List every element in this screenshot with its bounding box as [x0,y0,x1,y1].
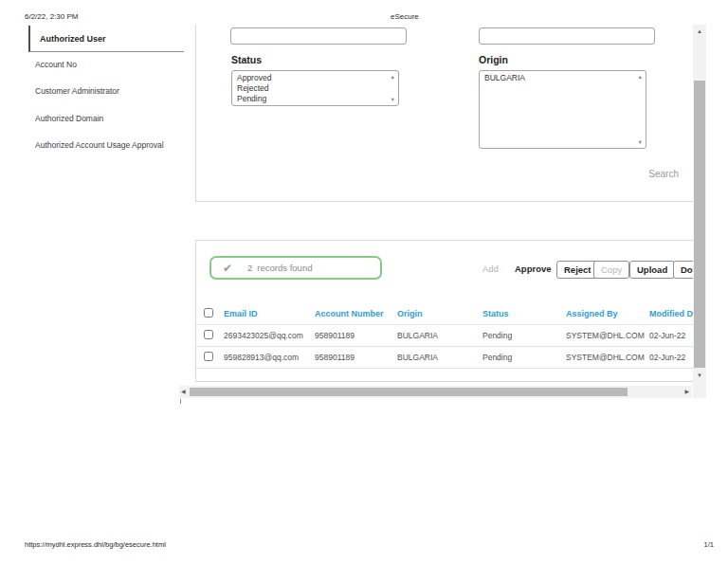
sidebar-item-account-no[interactable]: Account No [35,60,77,69]
cell-status: Pending [482,331,566,340]
upload-button[interactable]: Upload [629,261,675,279]
col-header-assigned[interactable]: Assigned By [566,309,649,318]
cell-email: 959828913@qq.com [224,353,315,362]
print-artifact-tick [180,399,181,404]
row-checkbox[interactable] [204,330,213,339]
origin-listbox[interactable]: BULGARIA ▲ ▼ [479,70,646,149]
cell-email: 2693423025@qq.com [224,331,315,340]
col-header-status[interactable]: Status [482,309,566,318]
search-button[interactable]: Search [648,169,679,179]
records-count: 2 [247,263,252,273]
origin-label: Origin [479,54,508,65]
scroll-left-icon[interactable]: ◀ [181,389,186,395]
page-title: eSecure [391,12,419,21]
search-field-1[interactable] [230,27,407,45]
sidebar-item-label: Authorized User [40,34,106,44]
footer-url: https://mydhl.express.dhl/bg/bg/esecure.… [25,540,166,549]
copy-button[interactable]: Copy [593,261,629,279]
col-header-origin[interactable]: Origin [397,309,482,318]
print-page: 6/2/22, 2:30 PM eSecure Authorized User … [0,0,728,563]
scroll-down-icon[interactable]: ▼ [693,372,706,379]
add-button[interactable]: Add [482,261,499,277]
print-datetime: 6/2/22, 2:30 PM [25,12,78,21]
scroll-up-icon[interactable]: ▲ [693,28,706,35]
records-text: records found [257,263,312,273]
sidebar-item-label: Authorized Domain [35,114,103,123]
cell-assigned: SYSTEM@DHL.COM [566,331,649,340]
records-found-badge: ✔ 2 records found [209,256,382,280]
status-option-pending[interactable]: Pending [232,94,398,104]
status-listbox[interactable]: Approved Rejected Pending ▲ ▼ [231,70,399,106]
search-form-panel: Status Approved Rejected Pending ▲ ▼ Ori… [195,25,699,202]
cell-origin: BULGARIA [397,331,482,340]
col-header-account[interactable]: Account Number [315,309,397,318]
cell-status: Pending [482,353,566,362]
horizontal-scrollbar-thumb[interactable] [190,388,628,396]
checkmark-icon: ✔ [223,262,232,275]
scroll-right-icon[interactable]: ▶ [684,389,689,395]
cell-origin: BULGARIA [397,353,482,362]
cell-account: 958901189 [315,353,397,362]
cell-modified: 02-Jun-22 [649,331,699,340]
row-checkbox[interactable] [204,352,213,361]
reject-button[interactable]: Reject [556,261,599,279]
sidebar-item-authorized-user[interactable]: Authorized User [28,26,184,52]
scroll-down-icon[interactable]: ▼ [638,139,643,145]
sidebar-item-label: Customer Administrator [35,86,119,96]
cell-account: 958901189 [315,331,397,340]
footer-page-number: 1/1 [704,540,714,549]
select-all-checkbox[interactable] [204,308,213,318]
sidebar-item-label: Account No [35,60,77,69]
search-field-2[interactable] [479,27,655,45]
scroll-down-icon[interactable]: ▼ [391,97,395,102]
table-header-row: Email ID Account Number Origin Status As… [196,302,699,325]
status-label: Status [231,54,262,65]
results-table: Email ID Account Number Origin Status As… [196,302,699,369]
cell-assigned: SYSTEM@DHL.COM [566,353,649,362]
origin-option-bulgaria[interactable]: BULGARIA [480,71,646,83]
sidebar-item-customer-administrator[interactable]: Customer Administrator [35,86,119,96]
sidebar-item-authorized-domain[interactable]: Authorized Domain [35,114,103,123]
col-header-email[interactable]: Email ID [224,309,315,318]
table-row: 959828913@qq.com 958901189 BULGARIA Pend… [196,347,699,369]
vertical-scrollbar-thumb[interactable] [694,81,705,368]
approve-button[interactable]: Approve [515,261,552,277]
col-header-modified[interactable]: Modified Da [649,309,699,318]
scroll-up-icon[interactable]: ▲ [638,74,643,80]
results-panel: ✔ 2 records found Add Approve Reject Cop… [195,240,699,382]
cell-modified: 02-Jun-22 [649,353,699,362]
status-option-approved[interactable]: Approved [232,71,398,83]
scroll-up-icon[interactable]: ▲ [391,74,395,80]
table-row: 2693423025@qq.com 958901189 BULGARIA Pen… [196,325,699,347]
horizontal-scrollbar[interactable]: ◀ ▶ [179,386,692,398]
vertical-scrollbar[interactable]: ▲ ▼ [693,25,706,398]
status-option-rejected[interactable]: Rejected [232,83,398,94]
sidebar-item-authorized-account-usage-approval[interactable]: Authorized Account Usage Approval [35,140,164,150]
sidebar-item-label: Authorized Account Usage Approval [35,140,164,150]
